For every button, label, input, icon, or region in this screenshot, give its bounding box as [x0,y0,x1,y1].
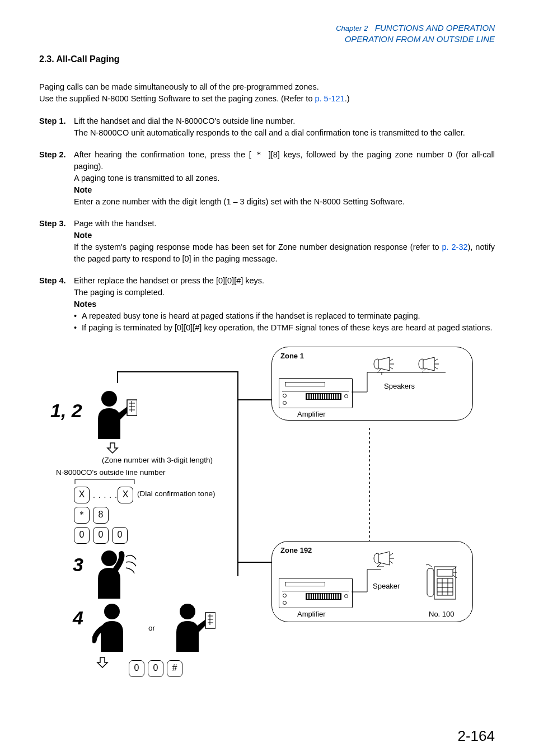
step3-p2a: If the system's paging response mode has… [74,242,442,251]
diagram: Zone 1 Amplifier Speakers Zone 192 [39,344,495,691]
step2-p1: After hearing the confirmation tone, pre… [74,150,495,171]
big-step-4: 4 [73,607,83,629]
step-2: Step 2. After hearing the confirmation t… [39,149,495,208]
chapter-title: FUNCTIONS AND OPERATION [375,23,495,32]
intro-paragraph: Paging calls can be made simultaneously … [39,81,495,104]
zone-number-note: (Zone number with 3-digit length) [102,456,213,464]
intro-line2a: Use the supplied N-8000 Setting Software… [39,94,315,103]
person-hangup-icon [92,601,137,652]
key-0: 0 [93,527,109,544]
section-title: 2.3. All-Call Paging [39,54,495,64]
step2-note-label: Note [74,185,92,194]
ellipsis-dots: . . . . . [93,491,118,500]
step4-label: Step 4. [39,275,74,334]
dial-tone-label: (Dial confirmation tone) [137,489,216,498]
step1-p1: Lift the handset and dial the N-8000CO's… [74,116,295,125]
or-label: or [148,624,155,632]
step3-p1: Page with the handset. [74,219,157,228]
link-p2-32[interactable]: p. 2-32 [442,242,467,251]
outside-line-label: N-8000CO's outside line number [56,468,165,477]
person-dialing-icon [92,389,137,439]
intro-line2b: .) [345,94,350,103]
person-paging-icon [92,548,143,599]
key-8: 8 [93,507,109,524]
step-3: Step 3. Page with the handset. Note If t… [39,218,495,265]
bullet-dot: • [74,310,82,322]
svg-point-18 [101,550,117,566]
down-arrow-icon [106,442,119,454]
down-arrow-icon [96,656,109,669]
step4-p1: Either replace the handset or press the … [74,276,264,285]
person-dialing-icon [171,601,216,652]
link-p5-121[interactable]: p. 5-121 [315,94,344,103]
key-0: 0 [112,527,128,544]
page-number: 2-164 [458,727,495,745]
page-header: Chapter 2 FUNCTIONS AND OPERATION OPERAT… [39,22,495,44]
key-star: ＊ [74,507,90,524]
step-4: Step 4. Either replace the handset or pr… [39,275,495,334]
step4-p2: The paging is completed. [74,288,165,297]
key-hash: # [167,660,182,677]
key-x: X [74,487,90,503]
svg-point-20 [180,604,195,619]
step3-label: Step 3. [39,218,74,265]
svg-point-12 [101,391,117,407]
step4-notes-label: Notes [74,300,96,309]
bracket-icon [74,478,135,484]
step2-p3: Enter a zone number with the digit lengt… [74,197,405,206]
chapter-label: Chapter 2 [336,24,368,32]
svg-point-19 [104,604,120,619]
key-0: 0 [129,660,144,677]
header-subtitle: OPERATION FROM AN OUTSIDE LINE [345,34,495,44]
step-1: Step 1. Lift the handset and dial the N-… [39,115,495,139]
bullet-dot: • [74,322,82,334]
zone192-box: Zone 192 Amplifier Speaker [271,541,473,622]
svg-rect-21 [205,613,216,628]
step1-label: Step 1. [39,115,74,139]
key-0: 0 [148,660,163,677]
key-0: 0 [74,527,90,544]
big-step-12: 1, 2 [50,400,82,422]
step1-p2: The N-8000CO unit automatically responds… [74,128,465,137]
intro-line1: Paging calls can be made simultaneously … [39,82,319,91]
key-x: X [118,487,133,503]
zone1-box: Zone 1 Amplifier Speakers [271,347,473,421]
step4-b1: A repeated busy tone is heard at paged s… [82,310,495,322]
step3-note-label: Note [74,231,92,240]
step2-label: Step 2. [39,149,74,208]
step2-p2: A paging tone is transmitted to all zone… [74,174,219,183]
svg-rect-13 [127,400,137,416]
step4-b2: If paging is terminated by [0][0][#] key… [82,322,495,334]
big-step-3: 3 [73,554,83,576]
